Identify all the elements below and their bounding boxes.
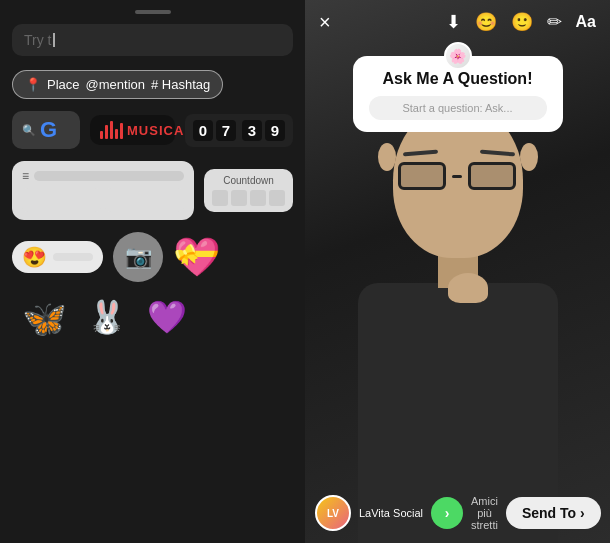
download-icon[interactable]: ⬇: [446, 11, 461, 33]
toolbar-right-icons: ⬇ 😊 🙂 ✏ Aa: [446, 11, 596, 33]
story-bottom-bar: LV LaVita Social › Amici più stretti Sen…: [305, 483, 610, 543]
glass-bridge: [452, 175, 462, 178]
bar-5: [120, 123, 123, 139]
camera-sticker[interactable]: 📷: [113, 232, 163, 282]
music-sticker[interactable]: MUSICA: [90, 115, 175, 145]
g-letter: G: [40, 117, 57, 143]
timer-sticker[interactable]: 0 7 3 9: [185, 114, 293, 147]
sticker-row-1: 🔍 G MUSICA 0 7 3 9: [12, 111, 293, 149]
story-toolbar: × ⬇ 😊 🙂 ✏ Aa: [305, 0, 610, 44]
ear-right: [520, 143, 538, 171]
music-label: MUSICA: [127, 123, 184, 138]
question-input-placeholder[interactable]: Start a question: Ask...: [369, 96, 547, 120]
bar-4: [115, 129, 118, 139]
countdown-boxes: [212, 190, 285, 206]
cursor: [53, 33, 55, 47]
hand: [448, 273, 488, 303]
timer-d2: 7: [216, 120, 236, 141]
question-title: Ask Me A Question!: [369, 70, 547, 88]
glasses: [398, 161, 518, 191]
send-to-button[interactable]: Send To ›: [506, 497, 601, 529]
chevron-right-icon: ›: [445, 505, 450, 521]
sticker-picker-panel: Try t 📍 Place @mention # Hashtag 🔍 G MUS…: [0, 0, 305, 543]
bar-1: [100, 131, 103, 139]
pin-icon: 📍: [25, 77, 41, 92]
username-label: LaVita Social: [359, 507, 423, 519]
sticker-icon[interactable]: 🙂: [511, 11, 533, 33]
timer-d3: 3: [242, 120, 262, 141]
poll-opt-2: [105, 188, 184, 212]
pen-icon[interactable]: ✏: [547, 11, 562, 33]
timer-d1: 0: [193, 120, 213, 141]
hash-label: # Hashtag: [151, 77, 210, 92]
location-mention-hashtag-sticker[interactable]: 📍 Place @mention # Hashtag: [12, 70, 223, 99]
countdown-label: Countdown: [223, 175, 274, 186]
butterfly-sticker[interactable]: 🦋: [22, 298, 67, 340]
magnifier-icon: 🔍: [22, 124, 36, 137]
poll-sticker[interactable]: ≡: [12, 161, 194, 220]
close-friends-indicator[interactable]: ›: [431, 497, 463, 529]
bar-2: [105, 125, 108, 139]
story-preview-panel: × ⬇ 😊 🙂 ✏ Aa 🌸 Ask Me A Question! Start …: [305, 0, 610, 543]
avatar-initials: LV: [327, 508, 339, 519]
countdown-box-3: [250, 190, 266, 206]
countdown-sticker[interactable]: Countdown: [204, 169, 293, 212]
face-effect-icon[interactable]: 😊: [475, 11, 497, 33]
friends-list-label: Amici più stretti: [471, 495, 498, 531]
emoji-bar: [53, 253, 93, 261]
poll-bar: [34, 171, 184, 181]
poll-opt-1: [22, 188, 101, 212]
poll-options: [22, 188, 184, 212]
question-sticker[interactable]: 🌸 Ask Me A Question! Start a question: A…: [353, 56, 563, 132]
countdown-box-4: [269, 190, 285, 206]
heart-wings-sticker[interactable]: 💜: [147, 298, 187, 340]
sticker-labels-row: 📍 Place @mention # Hashtag: [12, 70, 293, 99]
text-tool-button[interactable]: Aa: [576, 13, 596, 31]
glass-right: [468, 162, 516, 190]
countdown-box-2: [231, 190, 247, 206]
timer-d4: 9: [265, 120, 285, 141]
camera-icon: 📷: [125, 244, 152, 270]
heart-sticker[interactable]: 💝: [173, 238, 220, 276]
emoji-slider-sticker[interactable]: 😍: [12, 241, 103, 273]
poll-icon: ≡: [22, 169, 29, 183]
place-label: Place: [47, 77, 80, 92]
google-sticker[interactable]: 🔍 G: [12, 111, 80, 149]
glass-left: [398, 162, 446, 190]
music-bars-icon: [100, 121, 123, 139]
send-to-label: Send To ›: [522, 505, 585, 521]
mention-label: @mention: [86, 77, 145, 92]
poll-lines: ≡: [22, 169, 184, 183]
user-avatar: LV: [315, 495, 351, 531]
question-avatar: 🌸: [444, 42, 472, 70]
bar-3: [110, 121, 113, 139]
sticker-row-2: ≡ Countdown: [12, 161, 293, 220]
countdown-box-1: [212, 190, 228, 206]
search-text: Try t: [24, 32, 51, 48]
emoji-icon: 😍: [22, 245, 47, 269]
bottom-sticker-row: 🦋 🐰 💜: [12, 298, 293, 340]
sticker-row-3: 😍 📷 💝: [12, 232, 293, 282]
bt21-sticker[interactable]: 🐰: [87, 298, 127, 340]
drag-handle[interactable]: [135, 10, 171, 14]
close-button[interactable]: ×: [319, 11, 331, 34]
person-silhouette: [338, 83, 578, 543]
search-bar[interactable]: Try t: [12, 24, 293, 56]
